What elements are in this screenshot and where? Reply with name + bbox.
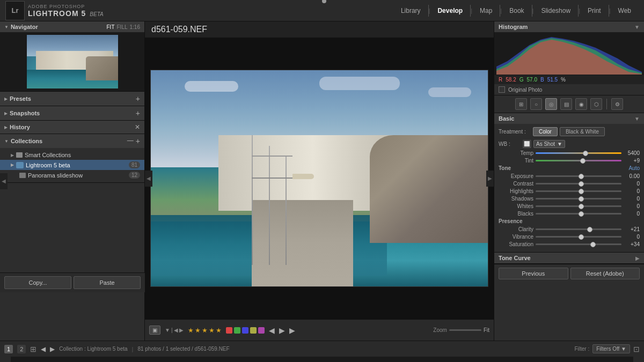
history-header[interactable]: ▶ History ✕ bbox=[0, 121, 144, 134]
shadows-value: 0 bbox=[624, 196, 640, 202]
filmstrip-scroll-left[interactable]: ◀ bbox=[0, 357, 11, 362]
filmstrip-scroll-right[interactable]: ▶ bbox=[633, 357, 644, 362]
view-mode-btn[interactable]: ▣ bbox=[149, 326, 160, 335]
crop-tool[interactable]: ⊞ bbox=[515, 98, 527, 110]
color-green[interactable] bbox=[234, 327, 240, 334]
color-red[interactable] bbox=[226, 327, 232, 334]
navigator-header[interactable]: ▼ Navigator FIT FILL 1:16 bbox=[0, 21, 144, 32]
color-purple[interactable] bbox=[258, 327, 265, 334]
previous-button[interactable]: Previous bbox=[499, 268, 568, 279]
nav-print[interactable]: Print bbox=[580, 5, 609, 17]
right-panel-toggle[interactable]: ▶ bbox=[486, 171, 494, 187]
lr5-collection-count: 81 bbox=[129, 161, 140, 168]
collections-add-btn[interactable]: + bbox=[136, 137, 140, 145]
nav-develop[interactable]: Develop bbox=[430, 5, 471, 17]
exposure-value: 0.00 bbox=[624, 173, 640, 179]
presets-add-btn[interactable]: + bbox=[136, 94, 140, 103]
clarity-slider[interactable] bbox=[536, 228, 621, 230]
radial-filter-tool[interactable]: ◉ bbox=[575, 98, 587, 110]
filter-dropdown[interactable]: Filters Off ▼ bbox=[592, 344, 630, 353]
saturation-slider[interactable] bbox=[536, 243, 621, 245]
nav-map[interactable]: Map bbox=[472, 5, 500, 17]
grad-filter-tool[interactable]: ▤ bbox=[560, 98, 572, 110]
page-2-btn[interactable]: 2 bbox=[17, 345, 26, 353]
treatment-row: Treatment : Color Black & White bbox=[499, 127, 640, 136]
tint-slider[interactable] bbox=[536, 160, 621, 161]
paste-button[interactable]: Paste bbox=[74, 276, 141, 289]
basic-header[interactable]: Basic ▼ bbox=[494, 113, 644, 124]
presets-header[interactable]: ▶ Presets + bbox=[0, 92, 144, 106]
collections-header[interactable]: ▼ Collections — + bbox=[0, 134, 144, 148]
temp-slider[interactable] bbox=[536, 152, 621, 154]
nav-book[interactable]: Book bbox=[502, 5, 532, 17]
left-panel-collapse[interactable]: ◀ bbox=[0, 173, 8, 189]
adjustment-brush-tool[interactable]: ⬡ bbox=[590, 98, 602, 110]
whites-slider[interactable] bbox=[536, 205, 621, 207]
tone-curve-header[interactable]: Tone Curve ▶ bbox=[494, 253, 644, 263]
exposure-slider[interactable] bbox=[536, 175, 621, 177]
nav-slideshow[interactable]: Slideshow bbox=[533, 5, 579, 17]
zoom-slider[interactable] bbox=[449, 329, 481, 331]
develop-presets-dropdown[interactable]: ▼|◀▶ bbox=[165, 327, 184, 333]
filmstrip-expand-btn[interactable]: ⊡ bbox=[633, 345, 640, 353]
snapshots-add-btn[interactable]: + bbox=[136, 109, 140, 117]
blacks-slider[interactable] bbox=[536, 213, 621, 215]
contrast-slider[interactable] bbox=[536, 183, 621, 184]
shadows-thumb[interactable] bbox=[579, 196, 584, 202]
smart-collections-item[interactable]: ▶ Smart Collections bbox=[0, 150, 144, 160]
blacks-row: Blacks 0 bbox=[499, 211, 640, 217]
histogram-header[interactable]: Histogram ▼ bbox=[494, 21, 644, 32]
spot-removal-tool[interactable]: ○ bbox=[530, 98, 542, 110]
vibrance-thumb[interactable] bbox=[579, 234, 584, 240]
reset-button[interactable]: Reset (Adobe) bbox=[570, 268, 640, 279]
temp-thumb[interactable] bbox=[583, 151, 588, 156]
filmstrip-next-btn[interactable]: ▶ bbox=[50, 345, 55, 353]
nav-web[interactable]: Web bbox=[611, 5, 639, 17]
star-rating[interactable]: ★★★★★ bbox=[188, 327, 222, 334]
image-toolbar: ▣ ▼|◀▶ ★★★★★ ◀ ▶ ▶ Zoom Fit bbox=[145, 319, 494, 341]
nav-view-116[interactable]: 1:16 bbox=[130, 24, 140, 30]
auto-btn[interactable]: Auto bbox=[628, 165, 640, 171]
color-blue[interactable] bbox=[242, 327, 248, 334]
original-photo-checkbox[interactable] bbox=[499, 86, 505, 93]
nav-view-fit[interactable]: FIT bbox=[107, 24, 115, 30]
nav-view-fill[interactable]: FILL bbox=[117, 24, 128, 30]
highlights-slider[interactable] bbox=[536, 190, 621, 192]
highlights-thumb[interactable] bbox=[579, 189, 584, 194]
vibrance-slider[interactable] bbox=[536, 236, 621, 238]
whites-thumb[interactable] bbox=[579, 204, 584, 209]
fit-btn[interactable]: Fit bbox=[484, 327, 489, 333]
clarity-thumb[interactable] bbox=[587, 227, 592, 232]
panorama-collection-item[interactable]: Panorama slideshow 12 bbox=[0, 170, 144, 180]
exposure-thumb[interactable] bbox=[579, 174, 584, 179]
basic-expand[interactable]: ▼ bbox=[634, 116, 640, 122]
shadows-slider[interactable] bbox=[536, 198, 621, 200]
histogram-expand[interactable]: ▼ bbox=[634, 24, 640, 30]
blacks-thumb[interactable] bbox=[579, 211, 584, 217]
lr5-collection-item[interactable]: ▶ Lightroom 5 beta 81 bbox=[0, 160, 144, 170]
tint-thumb[interactable] bbox=[580, 158, 586, 164]
red-eye-tool[interactable]: ◎ bbox=[545, 98, 557, 110]
snapshots-header[interactable]: ▶ Snapshots + bbox=[0, 106, 144, 120]
wb-dropdown[interactable]: As Shot ▼ bbox=[533, 140, 565, 148]
saturation-thumb[interactable] bbox=[590, 242, 596, 247]
settings-tool[interactable]: ⚙ bbox=[611, 98, 623, 110]
bw-treatment-btn[interactable]: Black & White bbox=[560, 127, 605, 136]
color-yellow[interactable] bbox=[250, 327, 257, 334]
left-panel-toggle[interactable]: ◀ bbox=[145, 171, 152, 187]
page-1-btn[interactable]: 1 bbox=[4, 345, 13, 353]
color-treatment-btn[interactable]: Color bbox=[533, 127, 558, 136]
grid-view-btn[interactable]: ⊞ bbox=[30, 345, 36, 353]
nav-arrows[interactable]: ◀ bbox=[269, 326, 275, 335]
wb-eyedropper[interactable]: 🔲 bbox=[522, 139, 531, 148]
play-btn[interactable]: ▶ bbox=[289, 326, 295, 335]
filmstrip-prev-btn[interactable]: ◀ bbox=[41, 345, 46, 353]
collections-minus-btn[interactable]: — bbox=[127, 137, 134, 145]
copy-button[interactable]: Copy... bbox=[4, 276, 71, 289]
contrast-thumb[interactable] bbox=[579, 181, 584, 187]
history-close-btn[interactable]: ✕ bbox=[135, 123, 140, 131]
tone-curve-expand[interactable]: ▶ bbox=[635, 255, 640, 261]
nav-library[interactable]: Library bbox=[393, 5, 429, 17]
nav-arrows-right[interactable]: ▶ bbox=[279, 326, 285, 335]
image-container[interactable]: ◀ ▶ bbox=[145, 38, 494, 319]
